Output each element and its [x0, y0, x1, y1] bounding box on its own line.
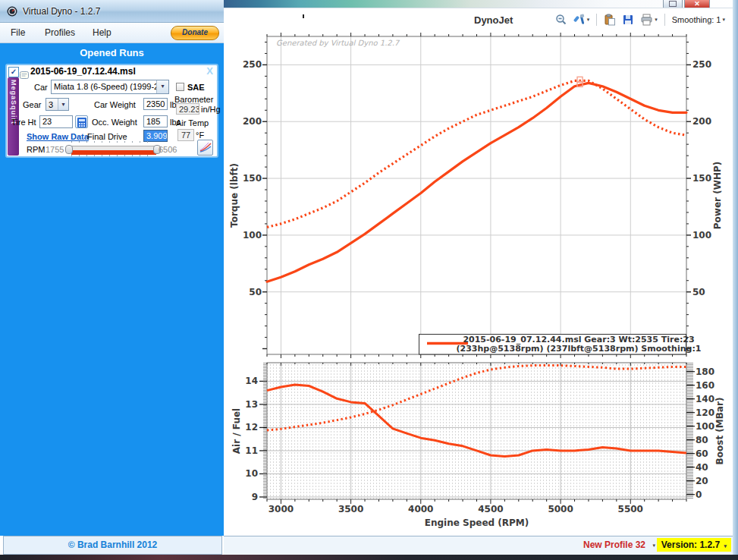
donate-button[interactable]: Donate [171, 26, 219, 40]
chart-icon [199, 142, 212, 153]
svg-text:80: 80 [696, 435, 708, 445]
svg-text:Engine Speed (RPM): Engine Speed (RPM) [425, 518, 529, 528]
svg-text:9: 9 [252, 492, 258, 502]
chevron-down-icon: ▾ [58, 99, 68, 110]
svg-text:4000: 4000 [408, 504, 433, 514]
rpm-max-value: 6506 [159, 145, 177, 154]
show-raw-data-link[interactable]: Show Raw Data [27, 132, 89, 141]
air-temp-input: 77 [177, 129, 194, 141]
barometer-input: 29.235 [176, 103, 199, 115]
rpm-label: RPM [27, 145, 45, 154]
status-bar-left: © Brad Barnhill 2012 [3, 536, 222, 555]
svg-text:50: 50 [249, 287, 262, 297]
occ-weight-label: Occ. Weight [92, 118, 137, 127]
occ-weight-input[interactable]: 185 [143, 115, 168, 127]
maximize-icon [669, 1, 677, 7]
rpm-min-value: 1755 [46, 145, 64, 154]
menubar: File Profiles Help Donate [0, 23, 224, 43]
menu-help[interactable]: Help [90, 27, 115, 38]
car-weight-input[interactable]: 2350 [143, 98, 168, 110]
svg-text:150: 150 [692, 173, 711, 184]
svg-text:200: 200 [692, 116, 711, 127]
svg-text:12: 12 [245, 422, 258, 433]
svg-text:3500: 3500 [338, 504, 363, 514]
opened-runs-header: Opened Runs [0, 46, 224, 61]
version-label: Version: 1.2.7 [661, 540, 720, 550]
check-icon: ✓ [11, 68, 17, 76]
svg-text:120: 120 [696, 407, 714, 418]
svg-text:100: 100 [696, 421, 714, 432]
svg-text:Air / Fuel: Air / Fuel [231, 408, 242, 454]
svg-text:5000: 5000 [548, 504, 573, 514]
rpm-range-slider[interactable] [65, 143, 161, 155]
run-card: ✓ 2015-06-19_07.12.44.msl X MegaSquirt C… [5, 64, 218, 158]
car-label: Car [34, 83, 48, 92]
slider-track[interactable] [65, 146, 161, 153]
svg-text:50: 50 [692, 287, 705, 297]
final-drive-label: Final Drive [87, 132, 127, 141]
car-weight-label: Car Weight [94, 100, 136, 109]
svg-text:140: 140 [696, 394, 714, 404]
run-enabled-checkbox[interactable]: ✓ [8, 67, 19, 77]
tire-ht-input[interactable]: 23 [39, 115, 73, 128]
svg-text:Boost (MBar): Boost (MBar) [714, 398, 725, 465]
sae-checkbox[interactable] [176, 83, 184, 91]
window-border-right [733, 0, 738, 560]
taskbar-strip [0, 555, 738, 560]
svg-text:150: 150 [243, 173, 262, 184]
svg-text:10: 10 [245, 468, 258, 479]
svg-text:Power (WHP): Power (WHP) [712, 162, 723, 229]
svg-text:20: 20 [696, 476, 708, 486]
svg-text:11: 11 [245, 445, 258, 456]
barometer-unit: in/Hg [201, 105, 221, 114]
window-title: Virtual Dyno - 1.2.7 [23, 6, 101, 17]
slider-thumb-left[interactable] [65, 145, 73, 154]
svg-text:180: 180 [696, 367, 714, 377]
air-temp-unit: °F [196, 131, 204, 140]
svg-text:14: 14 [245, 376, 258, 386]
svg-text:5500: 5500 [618, 504, 643, 514]
svg-text:200: 200 [243, 116, 262, 127]
final-drive-input[interactable]: 3.909 [143, 130, 168, 142]
sae-label: SAE [187, 83, 205, 92]
air-temp-label: Air Temp [176, 118, 209, 127]
gear-select-value: 3 [49, 100, 53, 109]
gear-label: Gear [23, 100, 41, 109]
svg-text:Torque (lbft): Torque (lbft) [229, 163, 240, 228]
dyno-chart-svg: 5050100100150150200200250250Generated by… [224, 8, 733, 536]
virtual-dyno-app: ✕ Virtual Dyno - 1.2.7 File Profiles Hel… [0, 0, 738, 560]
svg-text:100: 100 [243, 230, 262, 241]
chevron-down-icon: ▾ [724, 543, 727, 549]
version-dropdown[interactable]: Version: 1.2.7 ▾ [657, 538, 731, 552]
status-bar-right: New Profile 32 ▾ Version: 1.2.7 ▾ [224, 536, 733, 555]
titlebar: Virtual Dyno - 1.2.7 [0, 0, 224, 23]
app-gauge-icon [7, 6, 17, 20]
menu-profiles[interactable]: Profiles [42, 27, 78, 38]
tire-calculator-button[interactable] [75, 115, 88, 128]
gear-select[interactable]: 3 ▾ [46, 98, 69, 111]
car-select[interactable]: Miata 1.8 (6-Speed) (1999-2 ▾ [51, 80, 169, 94]
slider-ticks-top [71, 141, 155, 143]
svg-text:13: 13 [245, 399, 258, 410]
chevron-down-icon[interactable]: ▾ [652, 543, 655, 549]
car-select-value: Miata 1.8 (6-Speed) (1999-2 [54, 82, 159, 91]
svg-text:Generated by Virtual Dyno 1.2.: Generated by Virtual Dyno 1.2.7 [276, 39, 400, 48]
svg-text:0: 0 [696, 489, 702, 500]
run-close-button[interactable]: X [206, 65, 213, 77]
megasquirt-tab: MegaSquirt [8, 77, 19, 156]
close-icon: ✕ [694, 0, 700, 8]
tire-ht-label: Tire Ht [11, 118, 36, 127]
svg-text:2015-06-19_07.12.44.msl Gear:3: 2015-06-19_07.12.44.msl Gear:3 Wt:2535 T… [463, 335, 694, 344]
svg-text:250: 250 [692, 59, 711, 70]
chevron-down-icon: ▾ [156, 80, 168, 93]
mini-chart-button[interactable] [197, 140, 213, 156]
profile-dropdown[interactable]: New Profile 32 [583, 540, 645, 550]
menu-file[interactable]: File [8, 27, 28, 38]
copyright-text: © Brad Barnhill 2012 [68, 540, 158, 550]
slider-ticks-bottom [71, 155, 155, 156]
svg-text:60: 60 [696, 448, 708, 459]
note-icon [20, 68, 29, 82]
svg-text:100: 100 [692, 230, 711, 241]
opened-runs-panel: Opened Runs ✓ 2015-06-19_07.12.44.msl X … [0, 43, 224, 536]
svg-text:250: 250 [243, 59, 262, 70]
